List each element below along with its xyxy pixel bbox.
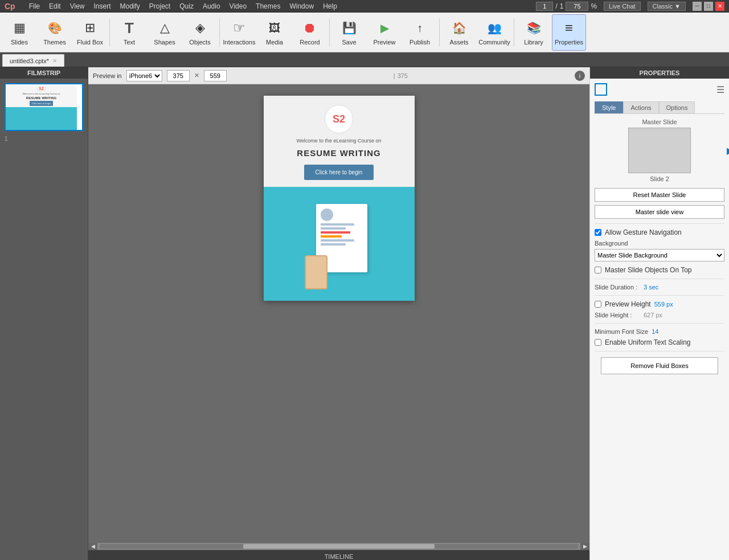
toolbar-publish[interactable]: ↑ Publish	[403, 14, 437, 51]
tab-style[interactable]: Style	[595, 101, 623, 113]
device-select[interactable]: iPhone6	[126, 70, 162, 81]
prop-tabs: Style Actions Options	[595, 101, 724, 114]
menu-view[interactable]: View	[70, 2, 85, 10]
menu-edit[interactable]: Edit	[49, 2, 61, 10]
allow-gesture-checkbox[interactable]	[595, 229, 601, 236]
properties-content: ☰ Style Actions Options Master Slide ▶ S…	[590, 79, 729, 560]
toolbar-preview[interactable]: ▶ Preview	[367, 14, 402, 51]
menu-audio[interactable]: Audio	[203, 2, 220, 10]
menu-project[interactable]: Project	[149, 2, 170, 10]
properties-panel: PROPERTIES ☰ Style Actions Options Maste…	[589, 67, 729, 560]
live-chat-button[interactable]: Live Chat	[604, 2, 640, 11]
master-objects-checkbox[interactable]	[595, 267, 601, 273]
slide-duration-label: Slide Duration :	[595, 284, 640, 291]
list-view-icon[interactable]: ☰	[716, 84, 724, 95]
tab-actions[interactable]: Actions	[623, 101, 658, 113]
canvas-height-input[interactable]	[204, 70, 227, 81]
toolbar: ▦ Slides 🎨 Themes ⊞ Fluid Box T Text △ S…	[0, 13, 729, 52]
menu-help[interactable]: Help	[323, 2, 337, 10]
toolbar-text[interactable]: T Text	[112, 14, 146, 51]
maximize-button[interactable]: □	[704, 2, 713, 11]
master-objects-label: Master Slide Objects On Top	[605, 266, 692, 274]
assets-label: Assets	[449, 39, 468, 46]
page-total: 1	[560, 2, 564, 10]
canvas-area: Preview in iPhone6 ✕ | 375 i S2	[88, 67, 589, 560]
allow-gesture-row: Allow Gesture Navigation	[595, 228, 724, 236]
divider-props-1	[595, 223, 724, 224]
menu-video[interactable]: Video	[230, 2, 247, 10]
scroll-left-arrow[interactable]: ◀	[88, 543, 97, 550]
reset-master-slide-button[interactable]: Reset Master Slide	[595, 188, 724, 202]
thumb-welcome: Welcome to the eLearning Course on	[22, 92, 60, 95]
canvas-width-input[interactable]	[167, 70, 190, 81]
menu-themes[interactable]: Themes	[256, 2, 280, 10]
thumb-title: RESUME WRITING	[26, 96, 56, 100]
scroll-thumb[interactable]	[243, 544, 435, 549]
toolbar-community[interactable]: 👥 Community	[477, 14, 511, 51]
menu-window[interactable]: Window	[289, 2, 314, 10]
toolbar-record[interactable]: ⏺ Record	[293, 14, 327, 51]
toolbar-save[interactable]: 💾 Save	[332, 14, 366, 51]
assets-icon: 🏠	[450, 19, 468, 37]
menu-modify[interactable]: Modify	[120, 2, 140, 10]
menu-insert[interactable]: Insert	[94, 2, 111, 10]
slide-cta-button[interactable]: Click here to begin	[304, 165, 374, 180]
toolbar-objects[interactable]: ◈ Objects	[183, 14, 217, 51]
toolbar-themes[interactable]: 🎨 Themes	[38, 14, 72, 51]
master-slide-arrow-icon[interactable]: ▶	[727, 145, 729, 156]
preview-in-label: Preview in	[93, 72, 122, 79]
zoom-input[interactable]	[566, 2, 588, 11]
toolbar-shapes[interactable]: △ Shapes	[148, 14, 182, 51]
library-label: Library	[524, 39, 543, 46]
toolbar-assets[interactable]: 🏠 Assets	[442, 14, 476, 51]
thumb-btn: Click here to begin	[30, 101, 53, 106]
main-layout: FILMSTRIP S2 Welcome to the eLearning Co…	[0, 67, 729, 560]
page-current-input[interactable]	[536, 2, 553, 11]
slide-thumb-1[interactable]: S2 Welcome to the eLearning Course on RE…	[5, 83, 83, 131]
tab-options[interactable]: Options	[659, 101, 695, 113]
themes-icon: 🎨	[46, 19, 64, 37]
menu-file[interactable]: File	[29, 2, 40, 10]
menu-quiz[interactable]: Quiz	[179, 2, 194, 10]
toolbar-fluid-box[interactable]: ⊞ Fluid Box	[73, 14, 107, 51]
scroll-track	[100, 544, 578, 549]
tab-untitled3[interactable]: untitled3.cptx* ✕	[2, 54, 64, 67]
publish-icon: ↑	[411, 19, 429, 37]
master-slide-label: Master Slide	[595, 118, 724, 125]
toolbar-interactions[interactable]: ☞ Interactions	[222, 14, 256, 51]
scroll-right-arrow[interactable]: ▶	[580, 543, 589, 550]
master-objects-row: Master Slide Objects On Top	[595, 266, 724, 274]
toolbar-library[interactable]: 📚 Library	[517, 14, 551, 51]
fluid-box-icon: ⊞	[81, 19, 99, 37]
window-controls: ─ □ ✕	[693, 2, 724, 11]
uniform-text-label: Enable Uniform Text Scaling	[605, 338, 691, 346]
background-select-row: Master Slide Background	[595, 249, 724, 261]
dimension-x-separator: ✕	[194, 72, 199, 79]
master-slide-preview	[628, 128, 691, 173]
canvas-inner: S2 Welcome to the eLearning Course on RE…	[88, 84, 589, 543]
shapes-icon: △	[155, 19, 174, 37]
toolbar-slides[interactable]: ▦ Slides	[2, 14, 36, 51]
background-section: Background Master Slide Background	[595, 240, 724, 261]
preview-height-value: 559 px	[654, 301, 673, 308]
classic-button[interactable]: Classic ▼	[648, 2, 686, 11]
remove-fluid-boxes-button[interactable]: Remove Fluid Boxes	[601, 357, 718, 374]
toolbar-properties[interactable]: ≡ Properties	[552, 14, 586, 51]
uniform-text-checkbox[interactable]	[595, 339, 601, 346]
tab-close-icon[interactable]: ✕	[52, 58, 57, 64]
ruler-marker: |	[394, 72, 395, 79]
close-button[interactable]: ✕	[715, 2, 724, 11]
canvas-scroll[interactable]: S2 Welcome to the eLearning Course on RE…	[88, 84, 589, 543]
background-select[interactable]: Master Slide Background	[595, 249, 724, 261]
slide-outline-icon	[595, 83, 607, 96]
canvas-scrollbar[interactable]: ◀ ▶	[88, 543, 589, 550]
slide-number-1: 1	[5, 136, 83, 142]
save-label: Save	[342, 39, 356, 46]
preview-height-checkbox[interactable]	[595, 301, 601, 308]
toolbar-media[interactable]: 🖼 Media	[257, 14, 292, 51]
tab-bar: untitled3.cptx* ✕	[0, 52, 729, 67]
master-slide-view-button[interactable]: Master slide view	[595, 205, 724, 219]
page-separator: /	[555, 2, 557, 10]
info-icon[interactable]: i	[575, 71, 585, 81]
minimize-button[interactable]: ─	[693, 2, 702, 11]
